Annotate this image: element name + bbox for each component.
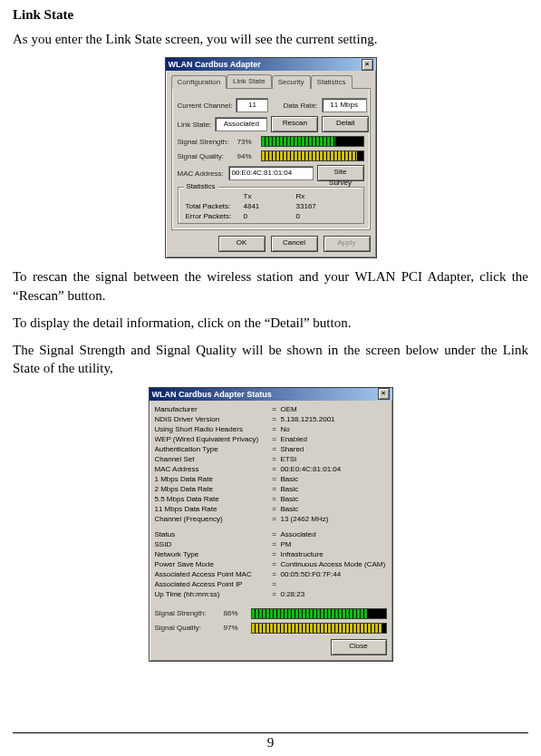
equals-icon: = (268, 494, 281, 504)
status-key: WEP (Wired Equivalent Privacy) (155, 434, 268, 444)
close-icon[interactable]: × (362, 59, 373, 71)
signal-strength-value: 73% (237, 138, 257, 146)
status-value: 5.138.1215.2001 (281, 414, 387, 424)
status-value: Continuous Access Mode (CAM) (281, 559, 387, 569)
rescan-button[interactable]: Rescan (271, 116, 318, 132)
status-value: 0:28:23 (281, 589, 387, 599)
status-kv-row: 1 Mbps Data Rate=Basic (155, 474, 387, 484)
status-kv-row: SSID=PM (155, 539, 387, 549)
status-key: 5.5 Mbps Data Rate (155, 494, 268, 504)
close-button[interactable]: Close (331, 639, 387, 655)
equals-icon: = (268, 514, 281, 524)
current-channel-label: Current Channel: (178, 102, 233, 110)
mac-label: MAC Address: (178, 170, 225, 178)
status-kv-row: 2 Mbps Data Rate=Basic (155, 484, 387, 494)
status-key: Associated Access Point IP (155, 579, 268, 589)
status-kv-row: Manufacturer=OEM (155, 404, 387, 414)
equals-icon: = (268, 504, 281, 514)
status-value: 13 (2462 MHz) (281, 514, 387, 524)
status-value: ETSI (281, 454, 387, 464)
signal-quality-value: 97% (224, 624, 246, 632)
status-kv-row: Channel Set=ETSI (155, 454, 387, 464)
section-heading: Link State (13, 7, 528, 23)
dialog-title: WLAN Cardbus Adapter Status (152, 390, 272, 399)
apply-button[interactable]: Apply (324, 236, 371, 252)
signal-quality-bar (251, 623, 387, 634)
signal-strength-value: 86% (224, 609, 246, 617)
dialog-title: WLAN Cardbus Adapter (169, 60, 261, 69)
signal-strength-label: Signal Strength: (178, 138, 234, 146)
status-kv-row: WEP (Wired Equivalent Privacy)=Enabled (155, 434, 387, 444)
status-value: 00:05:5D:F0:7F:44 (281, 569, 387, 579)
status-value: Basic (281, 494, 387, 504)
equals-icon: = (268, 579, 281, 589)
status-kv-row: Status=Associated (155, 529, 387, 539)
status-key: Power Save Mode (155, 559, 268, 569)
status-dialog: WLAN Cardbus Adapter Status × Manufactur… (149, 387, 393, 662)
status-value: OEM (281, 404, 387, 414)
status-kv-list: Manufacturer=OEMNDIS Driver Version=5.13… (155, 404, 387, 524)
signal-strength-bar (261, 136, 364, 147)
equals-icon: = (268, 404, 281, 414)
signal-quality-bar (261, 150, 364, 161)
table-row: Error Packets: 0 0 (184, 211, 358, 221)
equals-icon: = (268, 484, 281, 494)
signal-strength-label: Signal Strength: (155, 609, 218, 617)
site-survey-button[interactable]: Site Survey (317, 165, 364, 181)
equals-icon: = (268, 454, 281, 464)
tab-configuration[interactable]: Configuration (171, 75, 227, 89)
status-value: Infrastructure (281, 549, 387, 559)
status-key: SSID (155, 539, 268, 549)
status-key: 2 Mbps Data Rate (155, 484, 268, 494)
status-key: Channel Set (155, 454, 268, 464)
signal-strength-bar (251, 608, 387, 619)
status-value: 00:E0:4C:81:01:04 (281, 464, 387, 474)
ok-button[interactable]: OK (218, 236, 266, 252)
status-key: Network Type (155, 549, 268, 559)
tab-link-state[interactable]: Link State (227, 74, 272, 88)
status-kv-row: 5.5 Mbps Data Rate=Basic (155, 494, 387, 504)
close-icon[interactable]: × (378, 388, 390, 400)
signal-quality-label: Signal Quality: (178, 152, 234, 160)
link-state-value: Associated (215, 117, 267, 131)
status-key: NDIS Driver Version (155, 414, 268, 424)
status-kv-row: Associated Access Point MAC=00:05:5D:F0:… (155, 569, 387, 579)
tab-security[interactable]: Security (272, 75, 311, 89)
equals-icon: = (268, 589, 281, 599)
paragraph-signal: The Signal Strength and Signal Quality w… (13, 341, 528, 378)
status-key: 11 Mbps Data Rate (155, 504, 268, 514)
current-channel-value: 11 (236, 98, 268, 112)
equals-icon: = (268, 424, 281, 434)
equals-icon: = (268, 559, 281, 569)
cancel-button[interactable]: Cancel (271, 236, 318, 252)
paragraph-intro: As you enter the Link State screen, you … (13, 30, 528, 48)
equals-icon: = (268, 474, 281, 484)
table-row: Total Packets: 4841 33167 (184, 201, 358, 211)
status-key: Associated Access Point MAC (155, 569, 268, 579)
status-kv-row: Associated Access Point IP= (155, 579, 387, 589)
dialog-titlebar: WLAN Cardbus Adapter × (166, 58, 376, 71)
signal-quality-label: Signal Quality: (155, 624, 218, 632)
status-key: Up Time (hh:mm:ss) (155, 589, 268, 599)
status-key: Manufacturer (155, 404, 268, 414)
status-value: Basic (281, 484, 387, 494)
statistics-group: Statistics Tx Rx Total Packets: 4841 331… (178, 187, 364, 224)
tab-statistics[interactable]: Statistics (311, 75, 353, 89)
link-state-label: Link State: (178, 121, 212, 129)
status-kv-row: Using Short Radio Headers=No (155, 424, 387, 434)
status-value: No (281, 424, 387, 434)
status-key: MAC Address (155, 464, 268, 474)
status-kv-list-2: Status=AssociatedSSID=PMNetwork Type=Inf… (155, 529, 387, 599)
equals-icon: = (268, 414, 281, 424)
stats-col-rx: Rx (295, 191, 358, 201)
status-value: PM (281, 539, 387, 549)
status-kv-row: Network Type=Infrastructure (155, 549, 387, 559)
link-state-dialog: WLAN Cardbus Adapter × Configuration Lin… (165, 57, 377, 258)
status-kv-row: MAC Address=00:E0:4C:81:01:04 (155, 464, 387, 474)
detail-button[interactable]: Detail (322, 116, 369, 132)
status-value: Basic (281, 504, 387, 514)
status-kv-row: Authentication Type=Shared (155, 444, 387, 454)
status-kv-row: 11 Mbps Data Rate=Basic (155, 504, 387, 514)
data-rate-label: Data Rate: (283, 102, 317, 110)
status-value: Shared (281, 444, 387, 454)
